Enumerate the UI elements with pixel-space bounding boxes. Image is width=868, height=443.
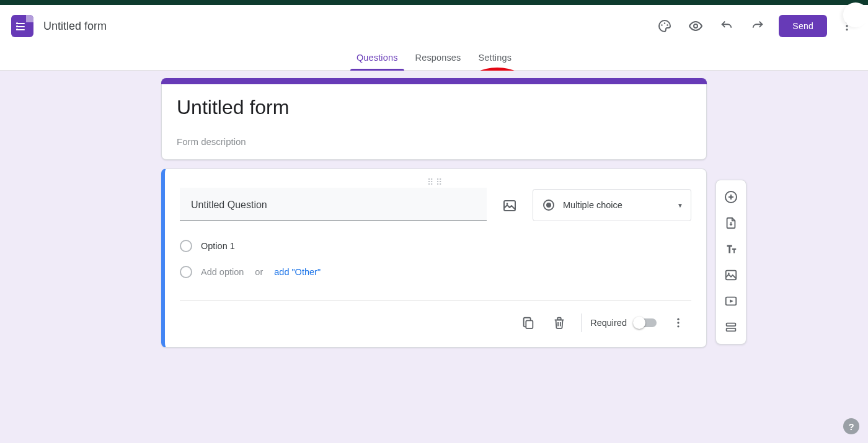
add-option-button[interactable]: Add option: [201, 267, 244, 277]
svg-point-15: [728, 273, 729, 274]
radio-outline-icon: [180, 266, 192, 278]
palette-icon[interactable]: [651, 12, 678, 40]
svg-point-2: [667, 24, 668, 25]
tabs-bar: Questions Responses Settings: [0, 43, 868, 71]
account-avatar[interactable]: [843, 2, 868, 27]
side-toolbar: [715, 180, 746, 344]
form-header-card[interactable]: Untitled form Form description: [161, 78, 707, 160]
add-image-icon[interactable]: [497, 193, 523, 219]
question-title-input[interactable]: [190, 199, 477, 211]
add-video-icon[interactable]: [718, 288, 744, 314]
undo-icon[interactable]: [713, 12, 740, 40]
required-toggle[interactable]: [634, 318, 657, 327]
drag-handle-icon[interactable]: ⠿⠿: [180, 180, 691, 184]
required-label: Required: [590, 318, 627, 328]
workspace: Untitled form Form description ⠿⠿ Multip…: [0, 71, 868, 443]
svg-point-6: [846, 29, 848, 30]
options-list: Option 1 Add option or add "Other": [180, 221, 691, 292]
add-question-icon[interactable]: [718, 184, 744, 210]
delete-icon[interactable]: [546, 310, 572, 336]
svg-point-0: [662, 24, 663, 25]
tab-questions[interactable]: Questions: [348, 53, 407, 70]
app-header: Untitled form Send: [0, 5, 868, 43]
separator: [581, 314, 582, 332]
redo-icon[interactable]: [744, 12, 771, 40]
add-image-side-icon[interactable]: [718, 262, 744, 288]
preview-icon[interactable]: [682, 12, 709, 40]
question-card[interactable]: ⠿⠿ Multiple choice ▼ Option 1: [161, 169, 707, 348]
svg-rect-9: [526, 320, 533, 328]
question-more-icon[interactable]: [665, 310, 691, 336]
question-footer: Required: [180, 300, 691, 342]
svg-point-8: [507, 203, 508, 205]
svg-rect-17: [727, 323, 736, 327]
question-type-label: Multiple choice: [563, 200, 668, 210]
tab-settings[interactable]: Settings: [469, 53, 520, 70]
svg-point-1: [664, 22, 665, 24]
help-icon[interactable]: ?: [843, 418, 859, 434]
or-label: or: [255, 267, 263, 277]
svg-point-3: [694, 24, 698, 28]
form-description[interactable]: Form description: [177, 136, 691, 147]
svg-rect-18: [727, 328, 736, 331]
browser-strip: [0, 0, 868, 5]
doc-title[interactable]: Untitled form: [43, 20, 107, 33]
radio-icon: [543, 200, 554, 211]
send-button[interactable]: Send: [779, 15, 827, 37]
svg-point-11: [677, 322, 679, 323]
caret-down-icon: ▼: [677, 202, 683, 209]
question-type-select[interactable]: Multiple choice ▼: [533, 189, 691, 221]
radio-outline-icon: [180, 240, 192, 252]
add-other-button[interactable]: add "Other": [274, 267, 321, 277]
add-option-row: Add option or add "Other": [180, 258, 691, 286]
question-title-field[interactable]: [180, 188, 487, 221]
option-label[interactable]: Option 1: [201, 241, 235, 251]
add-title-icon[interactable]: [718, 236, 744, 262]
svg-point-5: [846, 25, 848, 27]
import-questions-icon[interactable]: [718, 210, 744, 236]
form-title[interactable]: Untitled form: [177, 96, 691, 119]
add-section-icon[interactable]: [718, 314, 744, 340]
forms-logo[interactable]: [11, 15, 33, 37]
svg-point-10: [677, 318, 679, 320]
option-row[interactable]: Option 1: [180, 234, 691, 258]
svg-point-12: [677, 325, 679, 327]
tab-responses[interactable]: Responses: [407, 53, 470, 70]
duplicate-icon[interactable]: [515, 310, 541, 336]
